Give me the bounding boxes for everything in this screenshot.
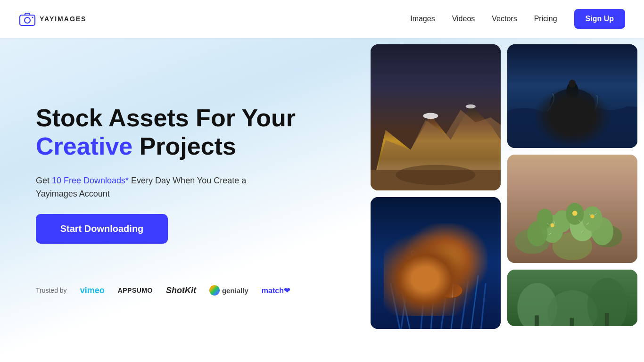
svg-point-7 [466,104,476,108]
headline-line2: Projects [140,132,236,160]
svg-point-35 [550,89,595,119]
svg-rect-67 [605,313,609,326]
svg-point-21 [412,264,439,282]
fish-image [371,197,501,329]
genially-icon [209,285,220,296]
hero-subtitle: Get 10 Free Downloads* Every Day When Yo… [36,174,262,201]
svg-line-29 [452,284,453,298]
svg-point-33 [462,257,464,259]
appsumo-logo: APPSUMO [118,287,153,294]
nav-images[interactable]: Images [410,15,435,23]
svg-point-31 [411,251,415,255]
svg-line-23 [414,267,415,280]
svg-point-58 [572,211,578,216]
svg-point-59 [590,214,594,218]
sub-prefix: Get [36,176,52,185]
image-column-left [371,44,501,362]
free-downloads-link[interactable]: 10 Free Downloads* [52,176,129,185]
cactus-photo [507,155,637,263]
svg-point-32 [439,241,442,244]
nav-pricing[interactable]: Pricing [534,15,557,23]
svg-point-22 [412,264,439,282]
bottom-image [507,270,637,326]
mountain-photo [371,44,501,190]
camera-icon [19,10,36,27]
svg-point-48 [527,222,547,247]
svg-point-49 [591,217,613,245]
hero-headline: Stock Assets For Your Creative Projects [36,104,354,161]
start-downloading-button[interactable]: Start Downloading [36,214,168,244]
cactus-image [507,155,637,263]
bottom-photo [507,270,637,326]
match-logo: match❤ [262,286,290,295]
svg-point-30 [443,287,446,292]
svg-point-26 [438,283,462,298]
hero-content: Stock Assets For Your Creative Projects … [0,104,354,296]
svg-rect-66 [570,318,574,326]
genially-logo: genially [209,285,248,296]
nav-videos[interactable]: Videos [452,15,475,23]
svg-point-60 [550,223,554,227]
nav-vectors[interactable]: Vectors [492,15,517,23]
vimeo-logo: vimeo [80,286,105,296]
svg-line-28 [441,286,442,297]
shotkit-logo: ShotKit [166,286,196,296]
underwater-photo [371,197,501,329]
svg-rect-0 [20,15,35,25]
svg-point-1 [25,17,30,23]
svg-point-9 [396,165,476,185]
hero-image-grid [371,38,644,362]
trusted-label: Trusted by [36,287,67,294]
logo[interactable]: YAYIMAGES [19,10,86,27]
signup-button[interactable]: Sign Up [574,9,625,29]
svg-point-2 [32,17,33,18]
hero-section: Stock Assets For Your Creative Projects … [0,0,644,362]
svg-point-6 [423,113,438,119]
svg-point-37 [569,80,576,88]
svg-rect-65 [535,315,538,326]
headline-accent: Creative [36,132,132,160]
logo-text: YAYIMAGES [40,15,86,23]
svg-rect-10 [371,197,501,329]
trusted-by-row: Trusted by vimeo APPSUMO ShotKit geniall… [36,285,354,296]
surfer-photo [507,44,637,148]
mountain-image [371,44,501,190]
svg-point-27 [438,283,462,298]
site-header: YAYIMAGES Images Videos Vectors Pricing … [0,0,644,38]
main-nav: Images Videos Vectors Pricing Sign Up [410,9,625,29]
svg-point-25 [417,270,421,275]
image-column-right [507,44,637,362]
surfer-image [507,44,637,148]
svg-line-24 [427,265,428,282]
headline-line1: Stock Assets For Your [36,104,296,132]
